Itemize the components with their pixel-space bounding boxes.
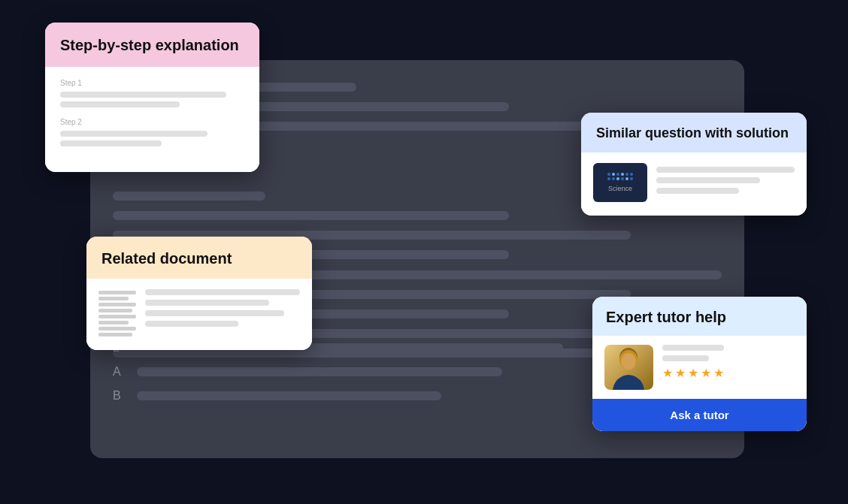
related-content-lines (145, 289, 300, 331)
svg-point-2 (621, 353, 636, 370)
star-5: ★ (713, 366, 724, 380)
list-letter-a: A (113, 365, 128, 379)
dot (607, 177, 610, 180)
step-2-line (60, 140, 162, 146)
doc-line (98, 327, 136, 330)
dot (625, 173, 628, 176)
star-3: ★ (688, 366, 698, 380)
step-1-line (60, 92, 226, 98)
card-similar-question: Similar question with solution Science (581, 113, 807, 216)
dot (612, 177, 615, 180)
similar-thumbnail: Science (593, 163, 647, 202)
tutor-silhouette-svg (604, 345, 653, 390)
card-related-title: Related document (101, 249, 297, 268)
dot (625, 177, 628, 180)
card-step-by-step: Step-by-step explanation Step 1 Step 2 (45, 23, 259, 172)
card-related-header: Related document (86, 237, 312, 279)
card-related-document: Related document (86, 237, 312, 350)
card-similar-body: Science (581, 152, 807, 216)
dot (612, 173, 615, 176)
card-tutor-title: Expert tutor help (606, 307, 793, 327)
tut-line (662, 345, 724, 351)
tutor-info: ★ ★ ★ ★ ★ (662, 345, 724, 380)
similar-content-lines (656, 167, 795, 198)
sim-line (656, 177, 760, 183)
tutor-content-row: ★ ★ ★ ★ ★ (604, 345, 795, 390)
dot (616, 177, 619, 180)
dot (607, 173, 610, 176)
ask-tutor-button[interactable]: Ask a tutor (592, 399, 807, 431)
card-related-body (86, 279, 312, 350)
content-line (113, 192, 265, 201)
card-step-by-step-header: Step-by-step explanation (45, 23, 259, 67)
step-1-line (60, 101, 180, 107)
step-2-section: Step 2 (60, 118, 244, 146)
rel-line (145, 300, 269, 306)
dot (621, 173, 624, 176)
dot (621, 177, 624, 180)
document-icon (98, 289, 136, 337)
content-line (113, 211, 509, 220)
list-letter-b: B (113, 389, 128, 403)
list-line (137, 391, 441, 400)
star-1: ★ (662, 366, 673, 380)
dot (616, 173, 619, 176)
doc-line (98, 297, 129, 300)
card-similar-header: Similar question with solution (581, 113, 807, 152)
dot-grid (607, 173, 633, 180)
stars-row: ★ ★ ★ ★ ★ (662, 366, 724, 380)
sim-line (656, 188, 739, 194)
star-4: ★ (701, 366, 711, 380)
tut-line (662, 355, 709, 361)
dot (630, 173, 633, 176)
step-2-label: Step 2 (60, 118, 244, 126)
card-step-by-step-body: Step 1 Step 2 (45, 67, 259, 172)
doc-line (98, 303, 136, 306)
dot (630, 177, 633, 180)
doc-line (98, 291, 136, 294)
thumbnail-label: Science (608, 185, 632, 192)
rel-line (145, 321, 238, 327)
card-step-by-step-title: Step-by-step explanation (60, 36, 244, 55)
rel-line (145, 310, 284, 316)
doc-line (98, 309, 132, 312)
step-1-section: Step 1 (60, 79, 244, 107)
star-2: ★ (675, 366, 686, 380)
tutor-content-lines (662, 345, 724, 361)
doc-line (98, 333, 132, 337)
rel-line (145, 289, 300, 295)
doc-line (98, 315, 136, 318)
sim-line (656, 167, 795, 173)
tutor-photo (604, 345, 653, 390)
card-similar-title: Similar question with solution (596, 125, 792, 142)
list-line (137, 367, 502, 376)
card-tutor-body: ★ ★ ★ ★ ★ (592, 336, 807, 390)
card-tutor-header: Expert tutor help (592, 297, 807, 336)
doc-line (98, 321, 129, 324)
card-expert-tutor: Expert tutor help ★ ★ (592, 297, 807, 431)
step-1-label: Step 1 (60, 79, 244, 87)
step-2-line (60, 131, 207, 137)
